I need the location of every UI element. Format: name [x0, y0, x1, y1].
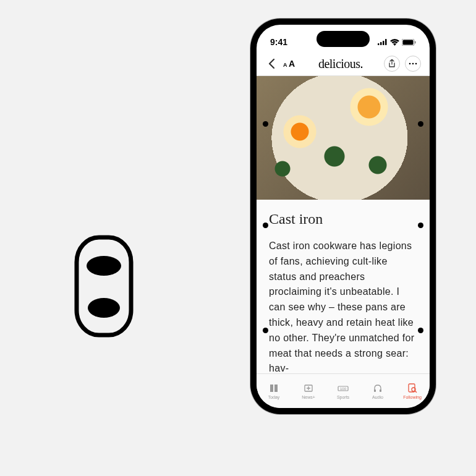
headphones-icon [373, 383, 383, 394]
article-hero-image [257, 76, 430, 200]
dynamic-island [317, 31, 370, 47]
motion-cue-dot [418, 328, 423, 333]
tab-audio[interactable]: Audio [360, 374, 395, 408]
tab-label: Audio [372, 395, 383, 399]
tab-sports[interactable]: 100 Sports [326, 374, 360, 408]
svg-text:A: A [283, 62, 287, 68]
svg-rect-3 [378, 43, 380, 45]
news-icon [269, 383, 279, 394]
wifi-icon [390, 39, 399, 46]
motion-cue-dot [263, 121, 268, 127]
sports-icon: 100 [338, 383, 349, 394]
share-button[interactable] [384, 56, 400, 72]
publication-title: delicious. [302, 57, 379, 71]
phone-mockup: 9:41 AA delicious. Cast iron [250, 19, 436, 414]
status-time: 9:41 [270, 37, 287, 47]
svg-rect-4 [380, 42, 382, 45]
article-title: Cast iron [269, 211, 417, 227]
svg-line-22 [415, 391, 416, 392]
motion-cue-dot [263, 223, 268, 228]
status-indicators [378, 39, 416, 46]
article-text: Cast iron cookware has legions of fans, … [269, 239, 417, 376]
tab-label: Following [403, 395, 422, 399]
svg-rect-0 [77, 237, 131, 335]
svg-rect-6 [385, 39, 387, 45]
svg-rect-18 [374, 389, 376, 392]
back-button[interactable] [265, 59, 278, 69]
car-icon [73, 234, 135, 341]
motion-cue-dot [418, 223, 423, 228]
tab-label: Today [268, 395, 280, 399]
cellular-icon [378, 39, 388, 45]
battery-icon [402, 39, 416, 46]
nav-bar: AA delicious. [257, 52, 430, 76]
tab-newsplus[interactable]: News+ [291, 374, 326, 408]
article-body[interactable]: Cast iron Cast iron cookware has legions… [257, 200, 430, 379]
tab-label: News+ [302, 395, 315, 399]
svg-rect-9 [415, 41, 416, 43]
more-button[interactable] [405, 56, 421, 72]
tab-today[interactable]: Today [257, 374, 291, 408]
search-doc-icon [407, 383, 417, 394]
svg-point-1 [87, 256, 121, 276]
tab-following[interactable]: Following [395, 374, 430, 408]
svg-rect-5 [383, 41, 385, 45]
svg-rect-8 [403, 40, 414, 45]
tab-bar: Today News+ 100 Sports Audio Following [257, 373, 430, 408]
svg-point-12 [409, 63, 411, 65]
motion-cue-dot [418, 121, 423, 127]
text-size-button[interactable]: AA [283, 59, 297, 68]
motion-cue-dot [263, 328, 268, 333]
svg-text:A: A [289, 59, 295, 68]
newsplus-icon [304, 383, 313, 394]
svg-rect-19 [380, 389, 381, 392]
svg-point-14 [415, 63, 417, 65]
tab-label: Sports [337, 395, 349, 399]
svg-text:100: 100 [340, 387, 347, 391]
svg-point-13 [412, 63, 414, 65]
phone-screen: 9:41 AA delicious. Cast iron [257, 25, 430, 408]
svg-point-2 [88, 298, 120, 318]
